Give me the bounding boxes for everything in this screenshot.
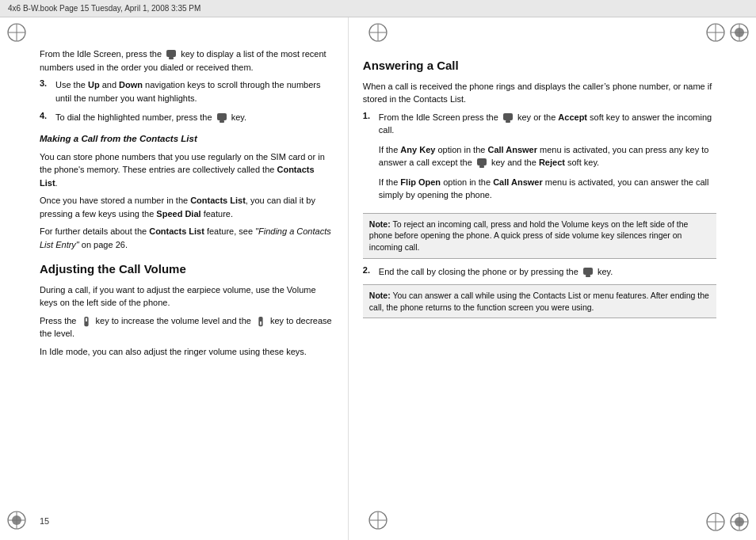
header-bar: 4x6 B-W.book Page 15 Tuesday, April 1, 2… xyxy=(0,0,756,17)
send-key-icon-2 xyxy=(216,112,227,124)
adjusting-volume-heading: Adjusting the Call Volume xyxy=(40,260,334,279)
answer-item-num-2: 2. xyxy=(363,265,379,279)
item-num-4: 4. xyxy=(40,111,55,124)
contacts-list-p2: Once you have stored a number in the Con… xyxy=(40,194,334,220)
item-num-3: 3. xyxy=(40,78,55,105)
vol-up-icon xyxy=(81,316,92,327)
answer-item-content-2: End the call by closing the phone or by … xyxy=(379,265,716,279)
note-1-label: Note: xyxy=(369,219,391,229)
vol-down-icon xyxy=(255,316,266,327)
item-content-4: To dial the highlighted number, press th… xyxy=(55,111,334,124)
volume-p2: Press the key to increase the volume lev… xyxy=(40,314,334,340)
answer-item-1-flip-open: If the Flip Open option in the Call Answ… xyxy=(379,176,716,202)
list-item-4: 4. To dial the highlighted number, press… xyxy=(40,111,334,124)
answer-list-item-2: 2. End the call by closing the phone or … xyxy=(363,265,716,279)
svg-rect-28 xyxy=(169,57,174,59)
list-item-3: 3. Use the Up and Down navigation keys t… xyxy=(40,78,334,105)
end-key-icon xyxy=(476,158,487,169)
intro-paragraph: From the Idle Screen, press the key to d… xyxy=(40,48,334,74)
answer-list-item-1: 1. From the Idle Screen press the key or… xyxy=(363,111,716,207)
send-key-icon-1 xyxy=(166,49,177,60)
send-key-icon-3 xyxy=(502,112,514,124)
right-column: Answering a Call When a call is received… xyxy=(348,17,756,540)
note-box-1: Note: To reject an incoming call, press … xyxy=(363,213,716,259)
svg-rect-40 xyxy=(586,275,590,277)
svg-rect-34 xyxy=(260,321,262,325)
svg-rect-39 xyxy=(583,268,593,275)
page-number: 15 xyxy=(40,516,49,526)
making-call-heading: Making a Call from the Contacts List xyxy=(40,132,334,146)
end-call-icon xyxy=(582,267,594,278)
svg-rect-30 xyxy=(220,120,224,123)
answering-intro: When a call is received the phone rings … xyxy=(363,80,716,106)
note-2-text: You can answer a call while using the Co… xyxy=(369,291,709,312)
answering-call-heading: Answering a Call xyxy=(363,57,716,75)
content-area: From the Idle Screen, press the key to d… xyxy=(0,17,756,540)
contacts-list-p1: You can store phone numbers that you use… xyxy=(40,150,334,190)
answer-item-1-any-key: If the Any Key option in the Call Answer… xyxy=(379,143,716,169)
left-column: From the Idle Screen, press the key to d… xyxy=(0,17,348,540)
svg-rect-37 xyxy=(477,158,487,165)
svg-rect-38 xyxy=(479,165,484,168)
answer-item-num-1: 1. xyxy=(363,111,379,207)
contacts-list-p3: For further details about the Contacts L… xyxy=(40,225,334,251)
note-1-text: To reject an incoming call, press and ho… xyxy=(369,219,689,252)
svg-rect-29 xyxy=(217,113,227,120)
page-container: 4x6 B-W.book Page 15 Tuesday, April 1, 2… xyxy=(0,0,756,540)
svg-rect-35 xyxy=(503,113,513,120)
volume-p1: During a call, if you want to adjust the… xyxy=(40,283,334,310)
item-content-3: Use the Up and Down navigation keys to s… xyxy=(55,78,334,105)
note-2-label: Note: xyxy=(369,291,391,300)
volume-p3: In Idle mode, you can also adjust the ri… xyxy=(40,345,334,359)
svg-rect-36 xyxy=(506,120,510,123)
answer-item-content-1: From the Idle Screen press the key or th… xyxy=(379,111,716,207)
svg-rect-27 xyxy=(166,50,176,57)
answer-item-1-main: From the Idle Screen press the key or th… xyxy=(379,111,716,137)
note-box-2: Note: You can answer a call while using … xyxy=(363,284,716,318)
svg-rect-32 xyxy=(86,318,87,321)
header-text: 4x6 B-W.book Page 15 Tuesday, April 1, 2… xyxy=(8,4,200,13)
